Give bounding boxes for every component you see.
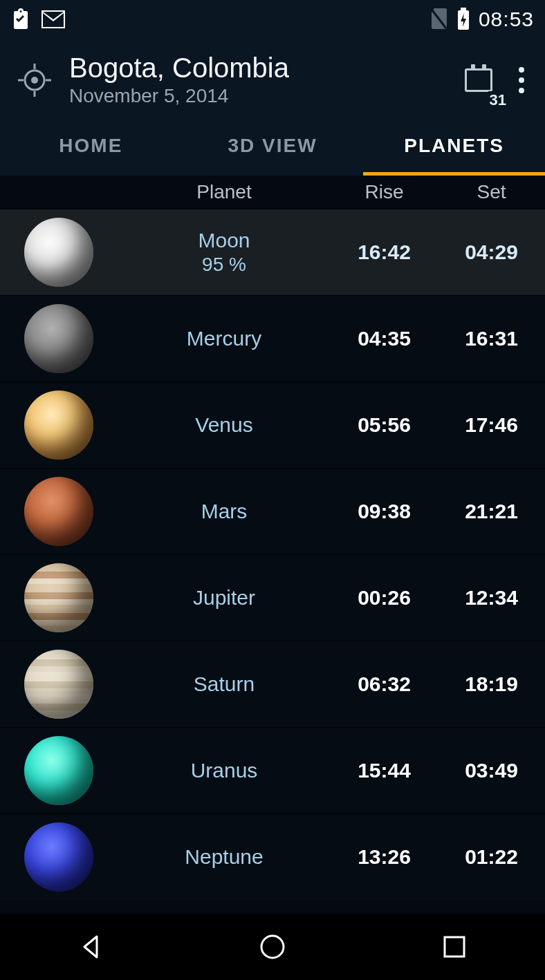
neptune-icon: [24, 822, 93, 892]
planet-name: Moon95 %: [118, 228, 331, 276]
rise-time: 04:35: [331, 327, 438, 350]
planets-table: Planet Rise Set Moon95 %16:4204:29Mercur…: [0, 176, 545, 914]
title-block[interactable]: Bogota, Colombia November 5, 2014: [69, 53, 445, 107]
app-header: Bogota, Colombia November 5, 2014 31: [0, 39, 545, 122]
jupiter-icon: [24, 563, 93, 632]
planet-name: Mercury: [118, 326, 331, 351]
svg-point-3: [31, 77, 38, 84]
table-row-mercury[interactable]: Mercury04:3516:31: [0, 295, 545, 381]
tab-bar: HOME3D VIEWPLANETS: [0, 122, 545, 176]
mail-icon: [41, 10, 65, 28]
table-row-saturn[interactable]: Saturn06:3218:19: [0, 641, 545, 727]
set-time: 03:49: [438, 759, 545, 782]
planet-subline: 95 %: [118, 253, 331, 276]
moon-icon: [24, 218, 93, 287]
rise-time: 05:56: [331, 413, 438, 437]
rise-time: 06:32: [331, 672, 438, 696]
svg-rect-9: [445, 937, 464, 957]
table-row-moon[interactable]: Moon95 %16:4204:29: [0, 209, 545, 295]
nav-recent-button[interactable]: [434, 926, 475, 968]
venus-icon: [24, 390, 93, 460]
set-time: 04:29: [438, 241, 545, 264]
col-header-rise: Rise: [331, 181, 438, 203]
system-nav-bar: [0, 914, 545, 980]
calendar-day-label: 31: [488, 91, 508, 109]
set-time: 16:31: [438, 327, 545, 350]
planet-name: Venus: [118, 413, 331, 437]
no-sim-icon: [430, 8, 448, 30]
mercury-icon: [24, 304, 93, 373]
tab-planets[interactable]: PLANETS: [363, 122, 545, 176]
table-row-neptune[interactable]: Neptune13:2601:22: [0, 813, 545, 900]
screen: 08:53 Bogota, Colombia November 5, 2014 …: [0, 0, 545, 980]
table-row-mars[interactable]: Mars09:3821:21: [0, 468, 545, 554]
set-time: 01:22: [438, 845, 545, 869]
calendar-icon: [465, 68, 492, 92]
rise-time: 13:26: [331, 845, 438, 869]
clipboard-icon: [11, 8, 30, 30]
uranus-icon: [24, 736, 93, 805]
clock-text: 08:53: [479, 8, 534, 31]
set-time: 21:21: [438, 500, 545, 523]
table-header: Planet Rise Set: [0, 176, 545, 209]
planet-name: Jupiter: [118, 585, 331, 610]
planet-name: Mars: [118, 499, 331, 524]
mars-icon: [24, 477, 93, 546]
set-time: 17:46: [438, 413, 545, 437]
table-row-jupiter[interactable]: Jupiter00:2612:34: [0, 554, 545, 641]
col-header-planet: Planet: [118, 181, 331, 203]
tab-home[interactable]: HOME: [0, 122, 182, 176]
overflow-menu-button[interactable]: [519, 67, 526, 93]
location-button[interactable]: [14, 62, 55, 98]
nav-back-button[interactable]: [70, 926, 111, 968]
battery-charging-icon: [456, 8, 470, 31]
set-time: 18:19: [438, 672, 545, 696]
saturn-icon: [24, 650, 93, 719]
rise-time: 16:42: [331, 241, 438, 264]
col-header-set: Set: [438, 181, 545, 203]
planet-name: Neptune: [118, 845, 331, 869]
rise-time: 09:38: [331, 500, 438, 523]
svg-rect-1: [461, 8, 466, 10]
set-time: 12:34: [438, 586, 545, 610]
status-bar: 08:53: [0, 0, 545, 39]
planet-name: Saturn: [118, 672, 331, 697]
table-row-venus[interactable]: Venus05:5617:46: [0, 381, 545, 468]
date-subtitle: November 5, 2014: [69, 85, 445, 107]
nav-home-button[interactable]: [252, 926, 293, 968]
planet-name: Uranus: [118, 758, 331, 783]
svg-point-8: [261, 936, 284, 958]
calendar-button[interactable]: 31: [459, 61, 498, 100]
location-title: Bogota, Colombia: [69, 53, 445, 84]
rise-time: 00:26: [331, 586, 438, 610]
table-row-uranus[interactable]: Uranus15:4403:49: [0, 727, 545, 813]
tab-3d-view[interactable]: 3D VIEW: [182, 122, 364, 176]
rise-time: 15:44: [331, 759, 438, 782]
